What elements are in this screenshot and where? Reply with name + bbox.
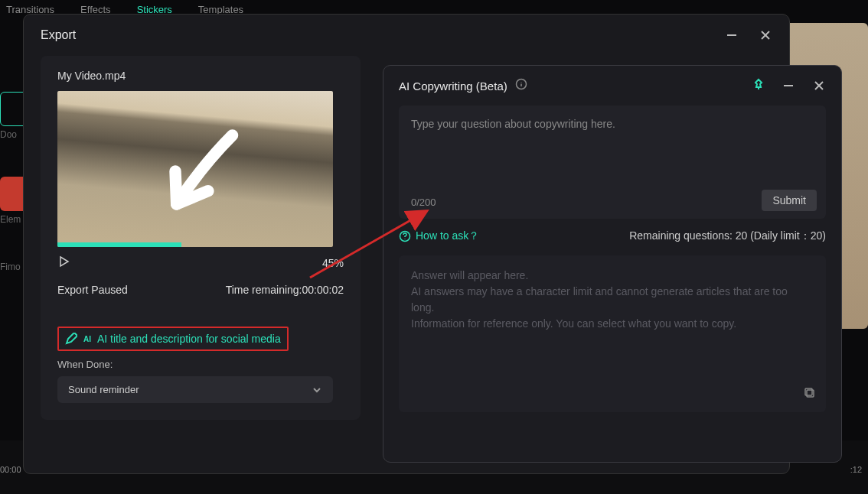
time-remaining-value: 00:00:02 [302,284,344,296]
how-to-ask-link[interactable]: How to ask？ [399,229,479,243]
ai-window-controls [752,78,826,93]
answer-placeholder-1: Answer will appear here. [411,268,814,284]
export-filename: My Video.mp4 [57,70,344,82]
close-button[interactable] [759,28,772,42]
progress-bar [57,242,181,247]
export-window-controls [725,28,772,42]
when-done-select[interactable]: Sound reminder [57,376,333,403]
question-icon [399,230,411,242]
export-header: Export [41,28,772,42]
ai-header: AI Copywriting (Beta) [399,78,826,93]
submit-button[interactable]: Submit [762,190,817,211]
ai-minimize-button[interactable] [782,79,795,93]
ai-meta-row: How to ask？ Remaining questions: 20 (Dai… [399,229,826,243]
copy-icon[interactable] [803,386,817,403]
chevron-down-icon [312,385,322,395]
ai-title-description-button[interactable]: AI AI title and description for social m… [57,327,289,351]
ai-input-box[interactable]: Type your question about copywriting her… [399,106,826,219]
answer-placeholder-3: Information for reference only. You can … [411,316,814,332]
ai-panel-title: AI Copywriting (Beta) [399,80,507,93]
ai-title-row: AI Copywriting (Beta) [399,78,527,93]
thumbnail-arrow-overlay [157,125,249,217]
ai-answer-box: Answer will appear here. AI answers may … [399,255,826,412]
answer-placeholder-2: AI answers may have a character limit an… [411,284,814,316]
ai-close-button[interactable] [812,79,826,93]
ai-badge-icon: AI [83,335,91,343]
remaining-questions: Remaining questions: 20 (Daily limit：20) [629,229,826,243]
time-remaining: Time remaining:00:00:02 [226,284,344,296]
when-done-label: When Done: [57,359,344,370]
export-percent: 45% [322,257,344,269]
timeline-end: :12 [850,465,862,474]
info-icon[interactable] [515,78,527,93]
video-thumbnail [57,91,333,247]
svg-marker-3 [60,257,68,266]
ai-link-text: AI title and description for social medi… [97,333,281,345]
ai-copywriting-panel: AI Copywriting (Beta) Type your question… [383,65,842,463]
minimize-button[interactable] [725,28,739,42]
ai-char-counter: 0/200 [411,197,436,208]
select-value: Sound reminder [68,384,139,395]
play-button[interactable] [57,255,71,271]
pin-icon[interactable] [752,78,765,93]
ai-input-placeholder: Type your question about copywriting her… [411,118,814,130]
pencil-icon [65,333,77,345]
export-left-panel: My Video.mp4 45% Export Paused [41,56,361,420]
status-row: Export Paused Time remaining:00:00:02 [57,284,344,296]
time-remaining-label: Time remaining: [226,284,302,296]
export-title: Export [41,28,76,42]
timeline-start: 00:00 [0,465,21,474]
export-status: Export Paused [57,284,128,296]
how-to-ask-text: How to ask？ [416,229,479,243]
play-row: 45% [57,255,344,271]
